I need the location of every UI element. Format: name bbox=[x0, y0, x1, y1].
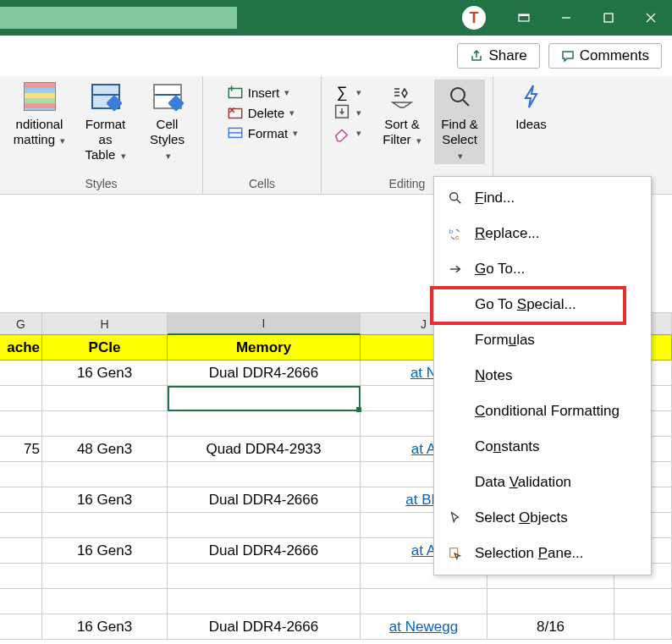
ribbon-display-options-button[interactable] bbox=[503, 0, 545, 36]
hdr-memory[interactable]: Memory bbox=[168, 335, 361, 361]
conditional-formatting-button[interactable]: nditional matting ▾ bbox=[10, 80, 69, 149]
ideas-button[interactable]: Ideas bbox=[506, 80, 557, 134]
close-button[interactable] bbox=[630, 0, 672, 36]
sort-filter-icon bbox=[385, 81, 419, 112]
menu-goto[interactable]: Go To... bbox=[434, 251, 651, 287]
table-row bbox=[0, 589, 672, 614]
maximize-button[interactable] bbox=[587, 0, 630, 36]
menu-notes[interactable]: Notes bbox=[434, 358, 651, 394]
ideas-icon bbox=[515, 81, 548, 112]
autosum-button[interactable]: ∑▾ bbox=[329, 83, 365, 102]
pointer-icon bbox=[446, 510, 465, 526]
svg-text:c: c bbox=[455, 234, 459, 241]
menu-select-objects[interactable]: Select Objects bbox=[434, 500, 651, 536]
fill-down-icon bbox=[333, 105, 351, 120]
format-button[interactable]: Format ▾ bbox=[223, 124, 302, 142]
comments-button[interactable]: Comments bbox=[548, 43, 662, 69]
title-bar: T bbox=[0, 0, 672, 36]
share-label: Share bbox=[488, 47, 526, 64]
clear-button[interactable]: ▾ bbox=[329, 124, 365, 142]
menu-data-validation[interactable]: Data Validation bbox=[434, 465, 651, 500]
table-row: 16 Gen3 Dual DDR4-2666 at Newegg 8/16 bbox=[0, 614, 672, 640]
share-icon bbox=[470, 49, 483, 63]
svg-rect-1 bbox=[519, 14, 529, 16]
menu-find[interactable]: Find... bbox=[434, 180, 651, 216]
eraser-icon bbox=[333, 125, 351, 140]
col-header-h[interactable]: H bbox=[42, 313, 168, 335]
replace-icon: bc bbox=[446, 226, 465, 241]
ribbon-options-icon bbox=[518, 12, 530, 24]
maximize-icon bbox=[603, 12, 614, 24]
group-label-styles: Styles bbox=[0, 177, 202, 190]
conditional-formatting-icon bbox=[24, 82, 56, 111]
hdr-pcie[interactable]: PCIe bbox=[42, 335, 168, 361]
menu-formulas[interactable]: Formulas bbox=[434, 322, 651, 358]
minimize-icon bbox=[560, 12, 572, 24]
share-bar: Share Comments bbox=[0, 36, 672, 76]
menu-goto-special[interactable]: Go To Special... bbox=[434, 287, 651, 322]
ribbon-group-styles: nditional matting ▾ Format as Table ▾ Ce… bbox=[0, 76, 203, 194]
find-select-menu: Find... bc Replace... Go To... Go To Spe… bbox=[433, 176, 652, 575]
sigma-icon: ∑ bbox=[333, 85, 351, 100]
svg-text:b: b bbox=[449, 228, 454, 235]
cell-styles-icon bbox=[153, 84, 182, 109]
svg-rect-9 bbox=[229, 109, 241, 118]
group-label-cells: Cells bbox=[203, 177, 321, 190]
comments-label: Comments bbox=[580, 47, 649, 64]
svg-rect-6 bbox=[229, 89, 241, 98]
format-as-table-button[interactable]: Format as Table ▾ bbox=[76, 80, 135, 164]
menu-replace[interactable]: bc Replace... bbox=[434, 216, 651, 251]
hdr-cache[interactable]: ache bbox=[0, 335, 42, 361]
fill-button[interactable]: ▾ bbox=[329, 103, 365, 122]
svg-line-16 bbox=[463, 100, 469, 106]
document-name-box[interactable] bbox=[0, 7, 237, 29]
delete-button[interactable]: Delete ▾ bbox=[223, 103, 302, 122]
menu-selection-pane[interactable]: Selection Pane... bbox=[434, 536, 651, 571]
insert-button[interactable]: Insert ▾ bbox=[223, 83, 302, 102]
col-header-g[interactable]: G bbox=[0, 313, 42, 335]
arrow-right-icon bbox=[446, 261, 465, 277]
sort-filter-button[interactable]: Sort & Filter ▾ bbox=[377, 80, 427, 149]
format-icon bbox=[226, 125, 245, 140]
cell-styles-button[interactable]: Cell Styles ▾ bbox=[142, 80, 193, 164]
menu-constants[interactable]: Constants bbox=[434, 429, 651, 465]
ribbon-group-cells: Insert ▾ Delete ▾ Format ▾ Cells bbox=[203, 76, 322, 194]
minimize-button[interactable] bbox=[545, 0, 587, 36]
comments-icon bbox=[561, 49, 575, 63]
menu-conditional-formatting[interactable]: Conditional Formatting bbox=[434, 394, 651, 429]
svg-rect-3 bbox=[604, 14, 613, 22]
selection-pane-icon bbox=[446, 546, 465, 561]
find-select-icon bbox=[443, 81, 476, 112]
search-icon bbox=[446, 190, 465, 206]
share-button[interactable]: Share bbox=[457, 43, 539, 69]
format-as-table-icon bbox=[91, 84, 120, 109]
svg-line-18 bbox=[457, 200, 461, 204]
svg-point-17 bbox=[450, 193, 458, 201]
user-badge[interactable]: T bbox=[462, 6, 486, 30]
delete-icon bbox=[226, 105, 245, 120]
find-select-button[interactable]: Find & Select ▾ bbox=[434, 80, 485, 164]
close-icon bbox=[645, 12, 657, 24]
insert-icon bbox=[226, 85, 245, 100]
col-header-i[interactable]: I bbox=[168, 313, 361, 335]
svg-point-15 bbox=[451, 88, 465, 102]
